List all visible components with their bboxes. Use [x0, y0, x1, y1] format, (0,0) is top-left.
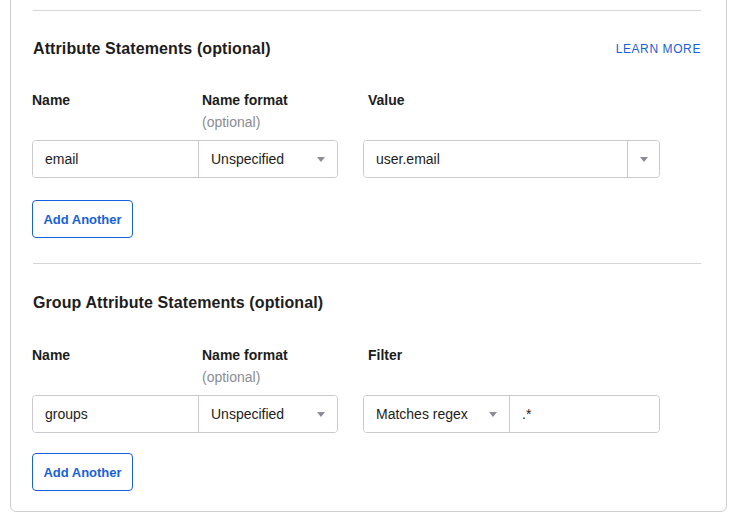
dropdown-caret-icon	[640, 157, 648, 162]
group-name-format-selected-value: Unspecified	[211, 406, 284, 422]
group-add-another-button[interactable]: Add Another	[32, 453, 133, 491]
attr-name-format-optional-note: (optional)	[202, 114, 260, 130]
group-name-and-format-group: groups Unspecified	[32, 395, 338, 433]
group-attribute-statements-title: Group Attribute Statements (optional)	[33, 294, 323, 312]
attribute-statements-title: Attribute Statements (optional)	[33, 40, 271, 58]
group-name-input[interactable]: groups	[33, 396, 198, 432]
saml-settings-page: Attribute Statements (optional) LEARN MO…	[0, 0, 737, 530]
attr-name-column-label: Name	[32, 92, 70, 108]
group-filter-type-selected-value: Matches regex	[376, 406, 468, 422]
group-name-format-optional-note: (optional)	[202, 369, 260, 385]
section-divider-top	[33, 10, 701, 11]
learn-more-link[interactable]: LEARN MORE	[616, 42, 701, 56]
dropdown-caret-icon	[317, 412, 325, 417]
group-filter-column-label: Filter	[368, 347, 402, 363]
group-name-format-select[interactable]: Unspecified	[198, 396, 337, 432]
attr-name-format-select[interactable]: Unspecified	[198, 141, 337, 177]
group-filter-group: Matches regex .*	[363, 395, 660, 433]
attr-value-input[interactable]: user.email	[364, 141, 627, 177]
attr-name-format-column-label: Name format	[202, 92, 288, 108]
group-name-column-label: Name	[32, 347, 70, 363]
group-name-format-column-label: Name format	[202, 347, 288, 363]
group-filter-type-select[interactable]: Matches regex	[364, 396, 509, 432]
attr-value-expression-dropdown-button[interactable]	[627, 141, 659, 177]
attr-value-group: user.email	[363, 140, 660, 178]
attr-name-and-format-group: email Unspecified	[32, 140, 338, 178]
attr-name-input[interactable]: email	[33, 141, 198, 177]
group-filter-value-input[interactable]: .*	[509, 396, 659, 432]
dropdown-caret-icon	[317, 157, 325, 162]
attribute-statements-card	[10, 0, 727, 512]
section-divider-middle	[33, 263, 701, 264]
dropdown-caret-icon	[489, 412, 497, 417]
attr-add-another-button[interactable]: Add Another	[32, 200, 133, 238]
attr-name-format-selected-value: Unspecified	[211, 151, 284, 167]
attr-value-column-label: Value	[368, 92, 405, 108]
